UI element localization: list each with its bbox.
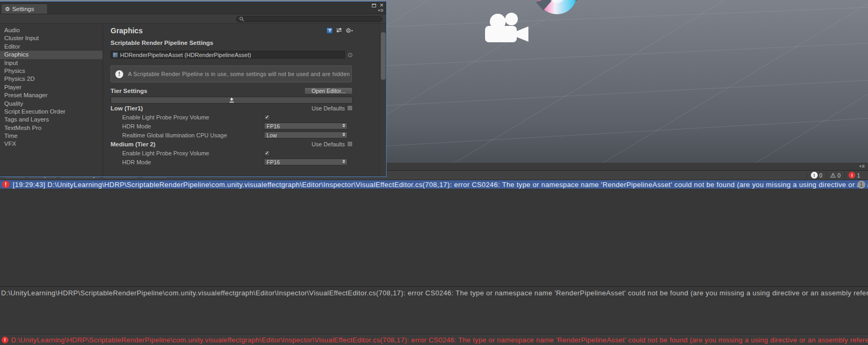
- gear-icon: ⚙: [5, 6, 10, 13]
- page-title: Graphics: [111, 24, 353, 35]
- realtime-gi-dropdown[interactable]: Low: [264, 132, 348, 138]
- sidebar-item-tags-and-layers[interactable]: Tags and Layers: [0, 116, 103, 124]
- console-log-entry-selected[interactable]: ! [19:29:43] D:\UnityLearning\HDRP\Scrip…: [0, 180, 868, 189]
- srp-info-box: ! A Scriptable Render Pipeline is in use…: [111, 66, 352, 82]
- help-icon[interactable]: ?: [326, 27, 333, 34]
- use-defaults-checkbox[interactable]: [347, 105, 353, 111]
- copy-defaults-strip[interactable]: [111, 97, 353, 104]
- maximize-icon[interactable]: [372, 4, 376, 7]
- srp-section-title: Scriptable Render Pipeline Settings: [111, 40, 353, 48]
- use-defaults-label: Use Defaults: [312, 141, 345, 147]
- dropdown-arrows-icon: [342, 160, 345, 163]
- scrollbar-thumb[interactable]: [381, 32, 386, 80]
- sidebar-item-time[interactable]: Time: [0, 132, 103, 140]
- dropdown-arrows-icon: [342, 133, 345, 136]
- info-message: A Scriptable Render Pipeline is in use, …: [128, 71, 350, 77]
- log-entry-text: [19:29:43] D:\UnityLearning\HDRP\Scripta…: [13, 181, 868, 189]
- srp-asset-value: HDRenderPipelineAsset (HDRenderPipelineA…: [120, 52, 251, 58]
- detail-text: D:\UnityLearning\HDRP\ScriptableRenderPi…: [1, 289, 868, 297]
- sidebar-item-script-execution-order[interactable]: Script Execution Order: [0, 108, 103, 116]
- use-defaults-checkbox[interactable]: [347, 141, 353, 147]
- tab-title: Settings: [12, 6, 34, 12]
- dropdown-arrows-icon: [342, 124, 345, 127]
- tab-settings[interactable]: ⚙ Settings: [2, 4, 47, 14]
- setting-label: Enable Light Probe Proxy Volume: [111, 114, 264, 120]
- setting-label: HDR Mode: [111, 159, 264, 165]
- tier-medium-title: Medium (Tier 2): [111, 141, 156, 147]
- error-icon: !: [848, 172, 855, 179]
- open-editor-button[interactable]: Open Editor...: [304, 87, 353, 95]
- light-probe-proxy-checkbox[interactable]: ✓: [264, 150, 270, 156]
- setting-label: Enable Light Probe Proxy Volume: [111, 150, 264, 156]
- console-detail-pane[interactable]: D:\UnityLearning\HDRP\ScriptableRenderPi…: [0, 287, 868, 334]
- error-icon: !: [2, 181, 10, 188]
- sidebar-item-player[interactable]: Player: [0, 83, 103, 91]
- sidebar-item-physics[interactable]: Physics: [0, 67, 103, 75]
- status-text: D:\UnityLearning\HDRP\ScriptableRenderPi…: [11, 336, 868, 344]
- settings-search-row: [0, 14, 386, 24]
- light-probe-proxy-checkbox[interactable]: ✓: [264, 114, 270, 120]
- check-icon: ✓: [265, 115, 269, 120]
- warning-count-toggle[interactable]: ⚠ 0: [826, 171, 845, 179]
- use-defaults-label: Use Defaults: [312, 105, 345, 111]
- settings-window: ⚙ Settings × ▾≡ Audio Cluster Input Edit…: [0, 1, 387, 177]
- console-context-menu-icon[interactable]: ▾≡: [860, 164, 865, 169]
- download-arrow-icon: [229, 98, 235, 103]
- error-icon: !: [2, 337, 8, 343]
- collapse-count-badge: 1: [857, 181, 865, 189]
- search-icon: [239, 16, 244, 22]
- console-window: ▾≡ Clear Collapse Clear on Play Error Pa…: [0, 163, 868, 345]
- window-context-menu-icon[interactable]: ▾≡: [378, 8, 383, 13]
- setting-label: Realtime Global Illumination CPU Usage: [111, 132, 264, 138]
- hdr-mode-dropdown[interactable]: FP16: [264, 158, 348, 165]
- info-icon: !: [811, 172, 818, 179]
- error-count-toggle[interactable]: ! 1: [844, 171, 864, 179]
- sidebar-item-vfx[interactable]: VFX: [0, 140, 103, 148]
- sidebar-item-physics-2d[interactable]: Physics 2D: [0, 75, 103, 83]
- warning-count: 0: [837, 172, 840, 179]
- search-input[interactable]: [236, 16, 382, 22]
- tier-settings-title: Tier Settings: [111, 88, 147, 94]
- warning-icon: ⚠: [830, 172, 836, 179]
- sidebar-item-cluster-input[interactable]: Cluster Input: [0, 34, 103, 42]
- sidebar-item-editor[interactable]: Editor: [0, 43, 103, 51]
- status-bar[interactable]: ! D:\UnityLearning\HDRP\ScriptableRender…: [0, 334, 868, 345]
- gear-menu-icon[interactable]: ⚙▾: [345, 27, 353, 34]
- object-picker-icon[interactable]: ⊙: [348, 52, 353, 58]
- sidebar-item-preset-manager[interactable]: Preset Manager: [0, 91, 103, 99]
- srp-asset-field[interactable]: HDRenderPipelineAsset (HDRenderPipelineA…: [111, 51, 345, 59]
- hdr-mode-dropdown[interactable]: FP16: [264, 123, 348, 129]
- graphics-panel: Graphics ? ⚙▾ Scriptable Render Pipeline…: [103, 24, 379, 176]
- setting-label: HDR Mode: [111, 123, 264, 129]
- error-count: 1: [857, 172, 860, 179]
- unity-editor: ▾≡ Clear Collapse Clear on Play Error Pa…: [0, 0, 868, 345]
- settings-scrollbar[interactable]: [379, 24, 386, 176]
- check-icon: ✓: [265, 151, 269, 156]
- settings-sidebar: Audio Cluster Input Editor Graphics Inpu…: [0, 24, 103, 176]
- settings-titlebar[interactable]: ⚙ Settings × ▾≡: [0, 2, 386, 14]
- info-count: 0: [819, 172, 823, 179]
- info-icon: !: [115, 70, 123, 78]
- presets-icon[interactable]: [336, 27, 342, 34]
- sidebar-item-audio[interactable]: Audio: [0, 26, 103, 34]
- sidebar-item-textmesh-pro[interactable]: TextMesh Pro: [0, 124, 103, 132]
- asset-icon: [113, 52, 118, 58]
- console-log-list[interactable]: ! [19:29:43] D:\UnityLearning\HDRP\Scrip…: [0, 180, 868, 286]
- sidebar-item-quality[interactable]: Quality: [0, 100, 103, 108]
- sidebar-item-input[interactable]: Input: [0, 59, 103, 67]
- tier-low-title: Low (Tier1): [111, 105, 143, 111]
- info-count-toggle[interactable]: ! 0: [807, 171, 826, 179]
- sidebar-item-graphics[interactable]: Graphics: [0, 51, 103, 59]
